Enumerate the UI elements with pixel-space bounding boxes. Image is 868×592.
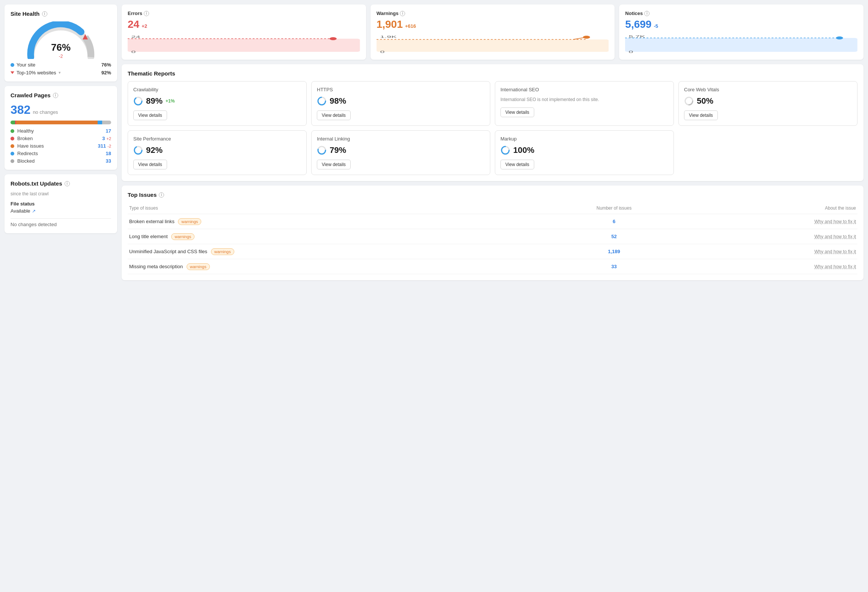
- thematic-empty-slot: [678, 130, 857, 175]
- thematic-internal-linking: Internal Linking 79% View details: [311, 130, 490, 175]
- site-health-info-icon[interactable]: i: [42, 11, 47, 17]
- table-row: Long title element warnings 52 Why and h…: [128, 229, 857, 244]
- crawled-progress-bar: [11, 121, 111, 124]
- issue-type-cell: Broken external links warnings: [128, 214, 541, 229]
- table-row: Broken external links warnings 6 Why and…: [128, 214, 857, 229]
- svg-point-3: [330, 37, 337, 40]
- thematic-crawlability-score: 89%: [146, 96, 163, 106]
- warning-badge: warnings: [171, 233, 194, 240]
- fix-link[interactable]: Why and how to fix it: [814, 264, 856, 269]
- fix-link[interactable]: Why and how to fix it: [814, 234, 856, 239]
- gauge-percent: 76%: [51, 42, 71, 53]
- cwv-view-details[interactable]: View details: [684, 110, 718, 120]
- external-link-icon[interactable]: ↗: [32, 208, 36, 214]
- issue-count: 6: [613, 219, 615, 224]
- issue-count-cell: 52: [541, 229, 687, 244]
- crawled-item-broken: Broken 3 +2: [11, 136, 111, 141]
- issue-type-text: Long title element: [129, 234, 168, 239]
- crawled-count: 382: [11, 103, 30, 117]
- crawled-item-healthy: Healthy 17: [11, 128, 111, 134]
- intl-seo-view-details[interactable]: View details: [500, 107, 534, 117]
- thematic-crawlability-name: Crawlability: [133, 87, 301, 92]
- divider: [11, 218, 111, 219]
- issue-type-text: Unminified JavaScript and CSS files: [129, 249, 207, 254]
- thematic-markup-name: Markup: [500, 136, 668, 142]
- thematic-int-link-score-row: 79%: [317, 145, 485, 155]
- thematic-https-score: 98%: [330, 96, 346, 106]
- crawled-pages-info-icon[interactable]: i: [53, 93, 58, 98]
- top-issues-title: Top Issues: [128, 192, 157, 198]
- robots-title: Robots.txt Updates: [11, 180, 62, 187]
- top-sites-chevron[interactable]: ▾: [59, 70, 61, 75]
- notices-label: Notices i: [625, 11, 857, 16]
- warnings-info-icon[interactable]: i: [400, 11, 405, 16]
- top-issues-info-icon[interactable]: i: [159, 192, 164, 198]
- notices-info-icon[interactable]: i: [644, 11, 649, 16]
- top-sites-row: Top-10% websites ▾ 92%: [11, 70, 111, 76]
- warning-badge: warnings: [187, 263, 210, 270]
- your-site-label: Your site: [17, 62, 35, 68]
- crawled-item-issues: Have issues 311 -2: [11, 143, 111, 149]
- thematic-cwv-score: 50%: [697, 96, 713, 106]
- crawled-pages-title: Crawled Pages: [11, 92, 51, 98]
- int-link-circle: [317, 145, 327, 155]
- thematic-markup-score-row: 100%: [500, 145, 668, 155]
- issue-count: 33: [611, 264, 616, 269]
- https-view-details[interactable]: View details: [317, 110, 351, 120]
- robots-subtitle: since the last crawl: [11, 191, 111, 196]
- value-broken: 3: [102, 136, 105, 141]
- notices-value-row: 5,699 -5: [625, 18, 857, 30]
- crawled-no-changes: no changes: [33, 109, 58, 115]
- issue-type-cell: Unminified JavaScript and CSS files warn…: [128, 244, 541, 259]
- site-health-legend: Your site 76% Top-10% websites ▾ 92%: [11, 62, 111, 76]
- fix-link[interactable]: Why and how to fix it: [814, 219, 856, 224]
- warnings-change: +616: [405, 23, 416, 29]
- thematic-site-perf-score-row: 92%: [133, 145, 301, 155]
- file-status-text: Available: [11, 208, 30, 214]
- no-changes-text: No changes detected: [11, 222, 111, 227]
- issue-fix-cell: Why and how to fix it: [687, 229, 857, 244]
- issue-type-text: Broken external links: [129, 219, 175, 224]
- value-issues: 311: [98, 143, 106, 149]
- warnings-value: 1,901: [377, 18, 403, 30]
- dot-issues: [11, 144, 14, 148]
- metrics-row: Errors i 24 +2 24 0: [122, 5, 863, 60]
- thematic-crawlability: Crawlability 89% +1% View details: [128, 81, 307, 126]
- issue-count-cell: 1,189: [541, 244, 687, 259]
- file-status-value: Available ↗: [11, 208, 111, 214]
- thematic-int-link-name: Internal Linking: [317, 136, 485, 142]
- pb-issues: [16, 121, 98, 124]
- robots-card: Robots.txt Updates i since the last craw…: [5, 174, 117, 233]
- errors-info-icon[interactable]: i: [144, 11, 149, 16]
- errors-card: Errors i 24 +2 24 0: [122, 5, 366, 60]
- thematic-reports-title: Thematic Reports: [128, 70, 175, 77]
- value-blocked: 33: [106, 158, 111, 164]
- dot-blocked: [11, 159, 14, 163]
- errors-change: +2: [142, 23, 147, 29]
- svg-text:0: 0: [629, 50, 633, 54]
- issue-count-cell: 6: [541, 214, 687, 229]
- warning-badge: warnings: [211, 248, 234, 255]
- errors-label: Errors i: [128, 11, 360, 16]
- markup-view-details[interactable]: View details: [500, 160, 534, 169]
- thematic-reports-card: Thematic Reports Crawlability 89% +1%: [122, 64, 863, 181]
- crawlability-view-details[interactable]: View details: [133, 110, 167, 120]
- svg-rect-12: [625, 38, 857, 52]
- fix-link[interactable]: Why and how to fix it: [814, 249, 856, 254]
- top-issues-card: Top Issues i Type of issues Number of is…: [122, 186, 863, 280]
- robots-info-icon[interactable]: i: [65, 181, 70, 186]
- thematic-crawlability-score-row: 89% +1%: [133, 96, 301, 106]
- value-issues-row: 311 -2: [98, 143, 111, 149]
- site-health-title: Site Health: [11, 11, 40, 17]
- your-site-dot: [11, 63, 14, 67]
- label-redirects: Redirects: [17, 151, 38, 156]
- gauge-change: -2: [59, 54, 63, 59]
- site-perf-view-details[interactable]: View details: [133, 160, 167, 169]
- label-blocked: Blocked: [17, 158, 35, 164]
- int-link-view-details[interactable]: View details: [317, 160, 351, 169]
- errors-value: 24: [128, 18, 139, 30]
- thematic-https-score-row: 98%: [317, 96, 485, 106]
- thematic-markup: Markup 100% View details: [495, 130, 674, 175]
- pb-healthy: [11, 121, 15, 124]
- thematic-site-perf-name: Site Performance: [133, 136, 301, 142]
